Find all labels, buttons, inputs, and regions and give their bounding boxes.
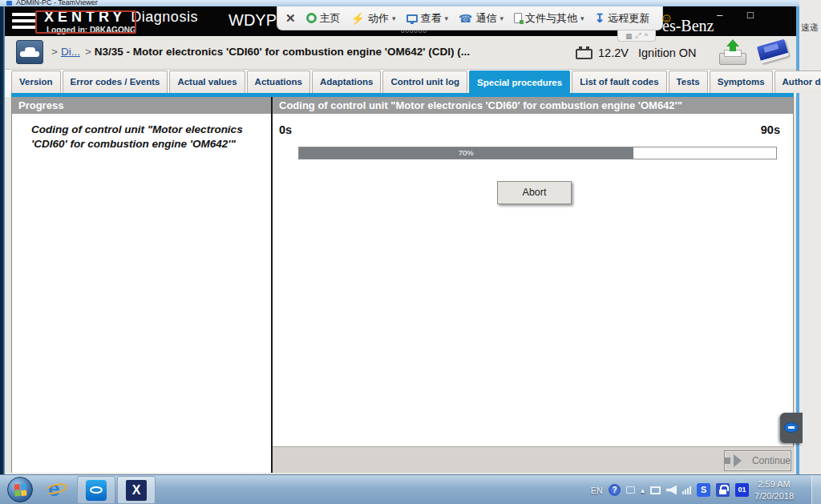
clock-time: 2:59 AM [758, 479, 790, 489]
toolbar-collapse-tray[interactable]: ▦ ⤢ ^ [617, 30, 656, 42]
progress-panel-header: Progress [12, 97, 271, 114]
feedback-smiley-icon[interactable]: ☺ [660, 11, 673, 26]
menu-hamburger-icon[interactable] [12, 13, 36, 30]
toolbar-home-button[interactable]: 主页 [306, 11, 341, 26]
tab-symptoms[interactable]: Symptoms [710, 71, 773, 93]
taskbar-ie-button[interactable]: e [42, 477, 72, 503]
taskbar: e X EN ? ▴ S 01 2:59 AM 7/20/2018 [0, 474, 821, 504]
phone-icon: ☎ [459, 12, 472, 25]
progress-time-start: 0s [279, 123, 292, 136]
taskbar-xentry-button[interactable]: X [117, 476, 156, 504]
progress-bar-fill: 70% [299, 147, 633, 159]
tray-app-icon[interactable] [626, 486, 635, 494]
procedure-panel-header: Coding of control unit "Motor electronic… [273, 97, 793, 114]
brand-diagnosis: Diagnosis [131, 9, 198, 25]
battery-icon [576, 49, 592, 59]
signal-strength-icon[interactable] [682, 486, 691, 494]
teamviewer-toolbar: ✕ 主页 ⚡ 动作 ▾ 查看 ▾ ☎ 通信 ▾ 文件与其他 ▾ ↧ 远程更新 [277, 6, 663, 30]
toolbar-communicate-label: 通信 [476, 11, 497, 26]
toolbar-remote-update-button[interactable]: ↧ 远程更新 [595, 11, 650, 26]
breadcrumb-separator: > [51, 46, 58, 58]
breadcrumb-separator: > [85, 46, 91, 58]
grid-icon[interactable]: ▦ [625, 32, 633, 40]
file-icon [514, 13, 522, 23]
tab-version[interactable]: Version [11, 71, 61, 93]
input-method-badge[interactable]: 01 [735, 483, 749, 497]
toolbar-files-label: 文件与其他 [525, 11, 577, 26]
tab-adaptations[interactable]: Adaptations [312, 71, 381, 93]
app-minimize-button[interactable]: – [717, 9, 722, 21]
progress-percent-label: 70% [299, 148, 633, 157]
control-unit-title: N3/35 - Motor electronics 'CDI60' for co… [95, 46, 470, 58]
lightning-icon: ⚡ [351, 12, 365, 25]
book-icon [757, 38, 790, 63]
tab-author-data[interactable]: Author data [774, 71, 821, 93]
teamviewer-logo-icon [784, 422, 799, 433]
tab-list-of-fault-codes[interactable]: List of fault codes [572, 71, 666, 93]
tab-special-procedures[interactable]: Special procedures [469, 71, 570, 94]
tab-tests[interactable]: Tests [669, 71, 708, 93]
breadcrumb-bar: >Di...>N3/35 - Motor electronics 'CDI60'… [5, 36, 796, 70]
breadcrumb: >Di...>N3/35 - Motor electronics 'CDI60'… [51, 46, 470, 58]
toolbar-home-label: 主页 [320, 11, 341, 26]
chevron-down-icon: ▾ [500, 14, 504, 22]
expand-icon[interactable]: ⤢ [636, 31, 641, 40]
home-icon [306, 13, 317, 23]
xentry-icon: X [126, 480, 147, 501]
ignition-status: Ignition ON [638, 46, 697, 59]
screen: ADMIN-PC - TeamViewer 速递 XENTRYDiagnosis… [0, 0, 821, 504]
host-desktop-label: 速递 [801, 22, 819, 34]
taskbar-clock[interactable]: 2:59 AM 7/20/2018 [754, 478, 794, 502]
toolbar-communicate-button[interactable]: ☎ 通信 ▾ [459, 11, 504, 26]
help-icon[interactable]: ? [609, 484, 621, 496]
tab-bar: Version Error codes / Events Actual valu… [5, 70, 796, 97]
taskbar-teamviewer-button[interactable] [77, 476, 115, 504]
toolbar-actions-button[interactable]: ⚡ 动作 ▾ [351, 11, 396, 26]
print-button[interactable] [718, 38, 750, 67]
tab-error-codes[interactable]: Error codes / Events [63, 71, 168, 93]
panel-divider [271, 97, 273, 473]
teamviewer-titlebar[interactable]: ADMIN-PC - TeamViewer [0, 0, 799, 6]
progress-bar: 70% [298, 147, 777, 159]
show-hidden-icons-chevron[interactable]: ▴ [641, 486, 645, 494]
toolbar-view-label: 查看 [421, 11, 442, 26]
collapse-chevron-icon[interactable]: ^ [645, 32, 648, 40]
arrow-right-icon [725, 458, 730, 464]
continue-button[interactable]: Continue [724, 450, 791, 471]
network-icon[interactable] [650, 486, 661, 494]
tab-control-unit-log[interactable]: Control unit log [382, 71, 467, 93]
chevron-down-icon: ▾ [580, 14, 584, 22]
tab-actuations[interactable]: Actuations [247, 71, 310, 93]
toolbar-close-icon[interactable]: ✕ [285, 11, 296, 26]
windows-logo-icon [14, 483, 26, 496]
teamviewer-icon [86, 480, 107, 501]
progress-time-end: 90s [761, 123, 780, 136]
app-maximize-button[interactable]: □ [747, 9, 754, 21]
chevron-down-icon: ▾ [445, 14, 449, 22]
procedure-panel: Coding of control unit "Motor electronic… [273, 97, 794, 473]
chevron-down-icon: ▾ [392, 14, 396, 22]
continue-label: Continue [752, 455, 791, 466]
vehicle-icon-button[interactable] [16, 40, 43, 64]
abort-button[interactable]: Abort [497, 181, 572, 204]
toolbar-actions-label: 动作 [368, 11, 389, 26]
breadcrumb-diagnosis-link[interactable]: Di... [61, 46, 80, 58]
progress-panel: Progress Coding of control unit "Motor e… [11, 97, 271, 473]
teamviewer-panel-handle[interactable] [780, 413, 803, 443]
volume-icon[interactable] [666, 486, 677, 495]
teamviewer-app-icon [6, 1, 12, 6]
show-desktop-button[interactable] [811, 475, 821, 504]
progress-task-text: Coding of control unit "Motor electronic… [31, 123, 260, 151]
start-button[interactable] [7, 477, 33, 502]
tab-actual-values[interactable]: Actual values [169, 71, 245, 93]
toolbar-files-button[interactable]: 文件与其他 ▾ [514, 11, 584, 26]
clock-date: 7/20/2018 [754, 491, 794, 501]
documentation-button[interactable] [755, 38, 792, 67]
window-title: ADMIN-PC - TeamViewer [16, 0, 98, 6]
toolbar-remote-update-label: 远程更新 [608, 11, 649, 26]
sogou-input-icon[interactable]: S [697, 483, 710, 497]
lock-icon[interactable] [716, 483, 730, 497]
language-indicator[interactable]: EN [591, 486, 603, 495]
monitor-icon [406, 14, 418, 22]
toolbar-view-button[interactable]: 查看 ▾ [406, 11, 449, 26]
